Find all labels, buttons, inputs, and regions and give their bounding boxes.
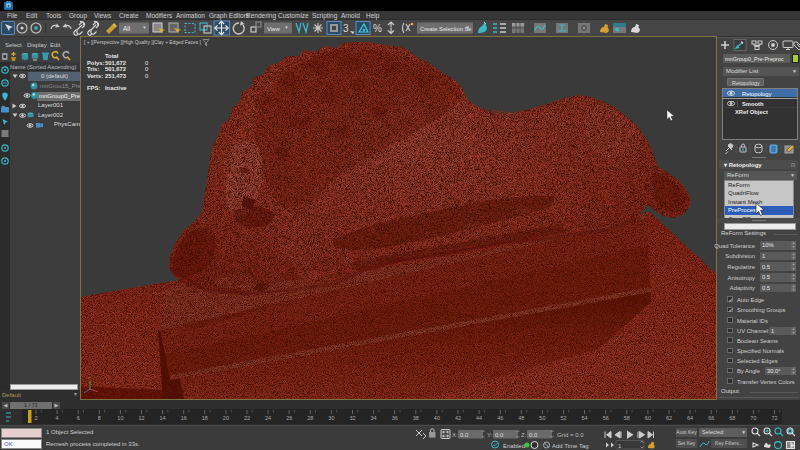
svg-text:X:: X:: [452, 432, 458, 438]
svg-text:Create Selection Se: Create Selection Se: [420, 26, 472, 32]
svg-text:[ + ][Perspective ][High Quali: [ + ][Perspective ][High Quality ][Clay …: [84, 40, 202, 45]
svg-text:FPS:: FPS:: [87, 85, 100, 91]
svg-text:40: 40: [434, 415, 440, 421]
svg-text:34: 34: [371, 415, 377, 421]
svg-text:Add Time Tag: Add Time Tag: [552, 443, 589, 449]
svg-text:44: 44: [476, 415, 482, 421]
svg-text:501,672: 501,672: [105, 60, 126, 66]
svg-text:View: View: [267, 26, 281, 32]
svg-text:Total: Total: [105, 53, 119, 59]
svg-text:22: 22: [244, 415, 250, 421]
svg-text:36: 36: [392, 415, 398, 421]
svg-text:42: 42: [455, 415, 461, 421]
svg-text:Enabled:: Enabled:: [503, 443, 527, 449]
svg-text:501,672: 501,672: [105, 66, 126, 72]
svg-text:0.0: 0.0: [460, 432, 469, 438]
svg-text:28: 28: [307, 415, 313, 421]
svg-text:52: 52: [560, 415, 566, 421]
svg-text:6: 6: [77, 415, 80, 421]
svg-text:68: 68: [729, 415, 735, 421]
svg-text:0.0: 0.0: [529, 432, 538, 438]
svg-text:z: z: [88, 375, 90, 380]
svg-text:50: 50: [539, 415, 545, 421]
svg-text:66: 66: [708, 415, 714, 421]
svg-text:56: 56: [603, 415, 609, 421]
svg-text:48: 48: [518, 415, 524, 421]
svg-text:70: 70: [750, 415, 756, 421]
svg-text:54: 54: [582, 415, 588, 421]
svg-text:16: 16: [181, 415, 187, 421]
svg-text:24: 24: [265, 415, 271, 421]
svg-text:8: 8: [98, 415, 101, 421]
svg-text:72: 72: [771, 415, 777, 421]
svg-text:2: 2: [34, 415, 37, 421]
svg-text:Y:: Y:: [487, 432, 493, 438]
svg-text:0.0: 0.0: [495, 432, 504, 438]
svg-text:Retopology: Retopology: [742, 91, 771, 97]
svg-text:0: 0: [145, 73, 148, 79]
svg-text:18: 18: [202, 415, 208, 421]
svg-text:32: 32: [349, 415, 355, 421]
svg-text:26: 26: [286, 415, 292, 421]
svg-text:XRef Object: XRef Object: [735, 109, 768, 115]
svg-text:%: %: [373, 23, 382, 34]
svg-text:Polys:: Polys:: [87, 60, 104, 66]
svg-text:3: 3: [343, 23, 349, 34]
svg-text:Verts:: Verts:: [87, 73, 103, 79]
svg-text:Grid = 0.0: Grid = 0.0: [557, 432, 584, 438]
svg-text:251,473: 251,473: [105, 73, 127, 79]
svg-text:Tris:: Tris:: [87, 66, 99, 72]
svg-text:0: 0: [145, 60, 148, 66]
svg-text:58: 58: [624, 415, 630, 421]
svg-text:10: 10: [117, 415, 123, 421]
svg-text:60: 60: [645, 415, 651, 421]
svg-text:38: 38: [413, 415, 419, 421]
svg-text:62: 62: [666, 415, 672, 421]
svg-text:64: 64: [687, 415, 693, 421]
svg-text:30: 30: [328, 415, 334, 421]
svg-text:Smooth: Smooth: [742, 101, 764, 107]
svg-text:12: 12: [138, 415, 144, 421]
svg-text:20: 20: [223, 415, 229, 421]
svg-text:46: 46: [497, 415, 503, 421]
svg-text:0: 0: [145, 66, 148, 72]
svg-text:All: All: [123, 25, 131, 32]
svg-text:4: 4: [56, 415, 59, 421]
svg-text:Inactive: Inactive: [105, 85, 127, 91]
svg-text:14: 14: [160, 415, 166, 421]
svg-text:Z:: Z:: [521, 432, 527, 438]
